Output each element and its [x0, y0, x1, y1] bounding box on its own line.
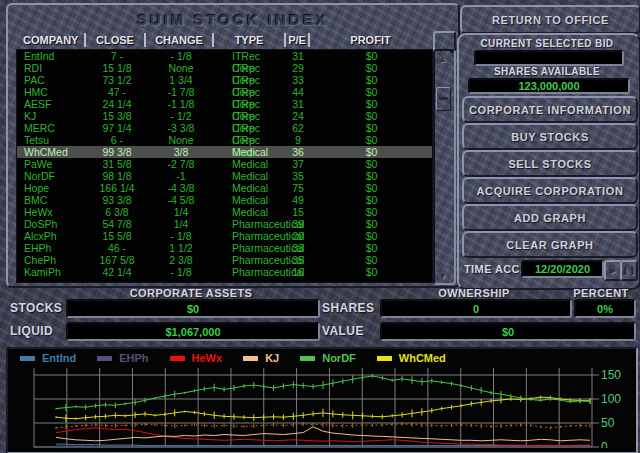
cell-profit: $0	[311, 194, 432, 206]
stock-row-DoSPh[interactable]: DoSPh54 7/81/4Pharmaceutical39$0	[17, 218, 432, 230]
percent-header: PERCENT	[566, 287, 636, 299]
stock-row-WhCMed[interactable]: WhCMed99 3/83/8Medical36$0	[17, 146, 432, 158]
svg-text:150: 150	[601, 368, 621, 382]
time-pause-button[interactable]: ❚❚	[620, 260, 638, 281]
shares-available-field: 123,000,000	[468, 78, 630, 94]
cell-close: 99 3/8	[87, 146, 147, 158]
value-value-field: $0	[380, 322, 636, 341]
corporate-assets-header: CORPORATE ASSETS	[66, 287, 316, 299]
stock-row-Hope[interactable]: Hope166 1/4-4 3/8Medical75$0	[17, 182, 432, 194]
cell-profit: $0	[311, 206, 432, 218]
cell-close: 42 1/4	[87, 266, 147, 278]
svg-text:0: 0	[601, 440, 608, 448]
clear-graph-button[interactable]: CLEAR GRAPH	[462, 231, 638, 258]
stock-row-HeWx[interactable]: HeWx6 3/81/4Medical15$0	[17, 206, 432, 218]
play-icon: ▶	[610, 266, 617, 275]
cell-close: 167 5/8	[87, 254, 147, 266]
date-field: 12/20/2020	[521, 260, 604, 278]
stock-row-PaWe[interactable]: PaWe31 5/8-2 7/8Medical37$0	[17, 158, 432, 170]
cell-company: ChePh	[17, 254, 87, 266]
add-graph-button[interactable]: ADD GRAPH	[462, 204, 638, 231]
scroll-up-button[interactable]: ▲	[435, 51, 450, 66]
liquid-label: LIQUID	[10, 324, 53, 338]
cell-close: 31 5/8	[87, 158, 147, 170]
cell-pe: 75	[285, 182, 311, 194]
stock-row-EntInd[interactable]: EntInd7 -- 1/8ITRec Corp31$0	[17, 50, 432, 62]
cell-pe: 35	[285, 170, 311, 182]
cell-company: BMC	[17, 194, 87, 206]
cell-pe: 49	[285, 194, 311, 206]
scrollbar-thumb[interactable]	[436, 87, 451, 111]
cell-profit: $0	[311, 266, 432, 278]
stock-row-ChePh[interactable]: ChePh167 5/82 3/8Pharmaceutical35$0	[17, 254, 432, 266]
cell-profit: $0	[311, 230, 432, 242]
buy-stocks-button[interactable]: BUY STOCKS	[462, 123, 638, 150]
cell-company: AlcxPh	[17, 230, 87, 242]
cell-pe: 35	[285, 254, 311, 266]
stock-row-AESF[interactable]: AESF24 1/4-1 1/8ITRec Corp31$0	[17, 98, 432, 110]
cell-change: 2 3/8	[147, 254, 215, 266]
stock-row-BMC[interactable]: BMC93 3/8-4 5/8Medical49$0	[17, 194, 432, 206]
cell-type: Pharmaceutical	[215, 242, 285, 254]
cell-company: HeWx	[17, 206, 87, 218]
cell-close: 98 1/8	[87, 170, 147, 182]
cell-type: Medical	[215, 170, 285, 182]
acquire-corporation-button[interactable]: ACQUIRE CORPORATION	[462, 177, 638, 204]
cell-change: 1/4	[147, 218, 215, 230]
cell-change: 1 1/2	[147, 242, 215, 254]
column-header-profit: PROFIT	[310, 33, 431, 47]
stock-chart-panel: EntIndEHPhHeWxKJNorDFWhCMed 050100150	[6, 347, 638, 453]
percent-value-field: 0%	[574, 299, 636, 318]
cell-pe: 36	[285, 146, 311, 158]
cell-change: 3/8	[147, 146, 215, 158]
cell-type: Medical	[215, 194, 285, 206]
stock-row-KJ[interactable]: KJ15 3/8- 1/2ITRec Corp24$0	[17, 110, 432, 122]
cell-type: Pharmaceutical	[215, 254, 285, 266]
stock-row-AlcxPh[interactable]: AlcxPh15 5/8- 1/8Pharmaceutical20$0	[17, 230, 432, 242]
time-acc-label: TIME ACC.	[464, 263, 523, 275]
column-header-company: COMPANY	[16, 33, 86, 47]
arrow-down-icon: ▼	[438, 271, 447, 281]
table-scrollbar[interactable]: ▲ ▼	[433, 49, 456, 285]
cell-profit: $0	[311, 254, 432, 266]
column-header-change: CHANGE	[146, 33, 214, 47]
cell-pe: 39	[285, 218, 311, 230]
stock-row-MERC[interactable]: MERC97 1/4-3 3/8ITRec Corp62$0	[17, 122, 432, 134]
panel-title: SUIM STOCK INDEX	[8, 11, 458, 28]
cell-profit: $0	[311, 218, 432, 230]
stock-row-Tetsu[interactable]: Tetsu6 -NoneITRec Corp9$0	[17, 134, 432, 146]
cell-type: Medical	[215, 206, 285, 218]
scroll-down-button[interactable]: ▼	[435, 268, 450, 283]
cell-type: Pharmaceutical	[215, 230, 285, 242]
stock-price-chart: 050100150	[8, 349, 632, 448]
sell-stocks-button[interactable]: SELL STOCKS	[462, 150, 638, 177]
svg-text:100: 100	[601, 392, 621, 406]
column-header-close: CLOSE	[86, 33, 146, 47]
current-selected-bid-label: CURRENT SELECTED BID	[457, 38, 637, 49]
return-to-office-button[interactable]: RETURN TO OFFICE	[460, 5, 640, 34]
cell-change: - 1/8	[147, 230, 215, 242]
cell-type: Medical	[215, 182, 285, 194]
shares-value-field: 0	[380, 299, 572, 318]
table-header: COMPANY CLOSE CHANGE TYPE P/E PROFIT	[16, 31, 431, 49]
stock-row-HMC[interactable]: HMC47 --1 7/8ITRec Corp44$0	[17, 86, 432, 98]
stock-row-RDI[interactable]: RDI15 1/8NoneITRec Corp29$0	[17, 62, 432, 74]
stock-row-KamiPh[interactable]: KamiPh42 1/4- 1/8Pharmaceutical16$0	[17, 266, 432, 278]
cell-pe: 16	[285, 266, 311, 278]
cell-company: PaWe	[17, 158, 87, 170]
cell-profit: $0	[311, 146, 432, 158]
cell-profit: $0	[311, 242, 432, 254]
cell-close: 54 7/8	[87, 218, 147, 230]
cell-company: KamiPh	[17, 266, 87, 278]
cell-close: 46 -	[87, 242, 147, 254]
stock-row-NorDF[interactable]: NorDF98 1/8-1Medical35$0	[17, 170, 432, 182]
pause-icon: ❚❚	[622, 266, 637, 275]
cell-company: NorDF	[17, 170, 87, 182]
current-bid-field	[474, 50, 624, 66]
stock-row-EHPh[interactable]: EHPh46 -1 1/2Pharmaceutical33$0	[17, 242, 432, 254]
stock-index-panel: SUIM STOCK INDEX COMPANY CLOSE CHANGE TY…	[6, 3, 460, 288]
stock-row-PAC[interactable]: PAC73 1/21 3/4ITRec Corp33$0	[17, 74, 432, 86]
corporate-information-button[interactable]: CORPORATE INFORMATION	[462, 96, 638, 123]
stock-market-screen: SUIM STOCK INDEX COMPANY CLOSE CHANGE TY…	[0, 0, 640, 453]
cell-pe: 37	[285, 158, 311, 170]
